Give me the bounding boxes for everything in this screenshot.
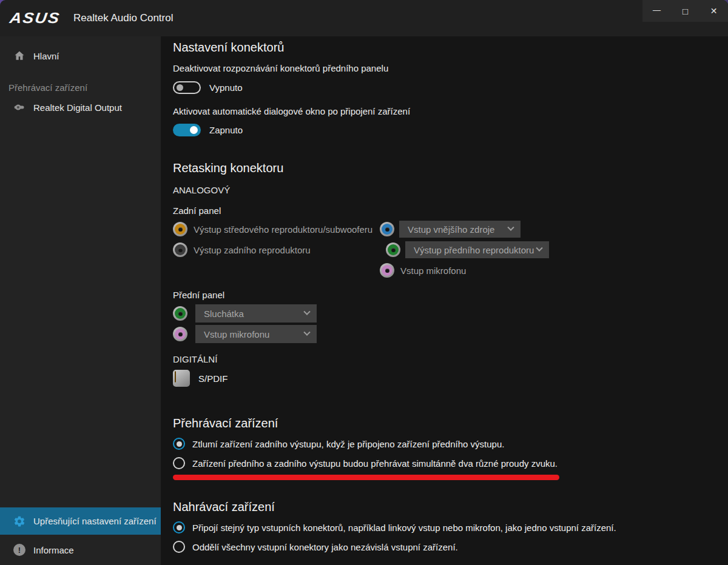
back-panel-label: Zadní panel bbox=[173, 206, 728, 216]
analog-group-label: ANALOGOVÝ bbox=[173, 185, 728, 196]
auto-popup-toggle[interactable] bbox=[173, 124, 201, 136]
line-in-dropdown[interactable]: Vstup vnějšího zdroje bbox=[399, 221, 521, 238]
mic-in-jack-icon bbox=[380, 263, 394, 278]
sidebar-item-advanced-device-settings[interactable]: Upřesňující nastavení zařízení bbox=[0, 507, 161, 535]
sidebar-item-home[interactable]: Hlavní bbox=[0, 42, 161, 69]
section-title-retasking: Retasking konektoru bbox=[173, 161, 728, 175]
sidebar: Hlavní Přehrávací zařízení Realtek Digit… bbox=[0, 36, 161, 565]
window-controls: — □ ✕ bbox=[642, 0, 728, 22]
app-title: Realtek Audio Control bbox=[73, 12, 173, 24]
jack-label: Vstup mikrofonu bbox=[400, 266, 466, 276]
sidebar-spacer bbox=[0, 121, 161, 507]
jack-detection-state: Vypnuto bbox=[209, 82, 243, 93]
headphone-dropdown[interactable]: Sluchátka bbox=[195, 304, 317, 323]
front-mic-jack-icon bbox=[173, 327, 187, 341]
jack-entry: Výstup středového reproduktoru/subwoofer… bbox=[173, 222, 380, 236]
jack-detection-label: Deaktivovat rozpoznávání konektorů předn… bbox=[173, 63, 728, 74]
front-mic-dropdown[interactable]: Vstup mikrofonu bbox=[195, 325, 317, 343]
auto-popup-label: Aktivovat automatické dialogové okno po … bbox=[173, 106, 728, 117]
annotation-underline bbox=[173, 475, 559, 480]
back-panel-row-1: Výstup středového reproduktoru/subwoofer… bbox=[173, 221, 728, 238]
sidebar-section-playback-devices: Přehrávací zařízení bbox=[8, 82, 161, 93]
auto-popup-state: Zapnuto bbox=[209, 125, 243, 135]
jack-detection-toggle[interactable] bbox=[173, 81, 201, 94]
sidebar-item-label: Informace bbox=[33, 545, 74, 555]
front-speaker-dropdown[interactable]: Výstup předního reproduktoru bbox=[405, 241, 549, 258]
toggle-knob bbox=[190, 126, 198, 134]
sidebar-item-realtek-digital-output[interactable]: Realtek Digital Output bbox=[0, 94, 161, 121]
back-panel-row-2: Výstup zadního reproduktoru Výstup předn… bbox=[173, 241, 728, 258]
chevron-down-icon bbox=[303, 329, 310, 336]
radio-selected-icon bbox=[173, 438, 185, 450]
asus-logo: ASUS bbox=[8, 10, 61, 27]
sidebar-item-information[interactable]: ! Informace bbox=[0, 535, 161, 565]
jack-label: Výstup zadního reproduktoru bbox=[194, 245, 311, 255]
rear-speaker-jack-icon bbox=[173, 242, 187, 257]
front-panel-row-2: Vstup mikrofonu bbox=[173, 325, 728, 343]
chevron-down-icon bbox=[507, 224, 514, 231]
option-label: Ztlumí zařízení zadního výstupu, když je… bbox=[192, 439, 504, 449]
sidebar-item-label: Upřesňující nastavení zařízení bbox=[33, 516, 157, 526]
recording-option-separate[interactable]: Oddělí všechny vstupní konektory jako ne… bbox=[173, 541, 728, 553]
front-panel-label: Přední panel bbox=[173, 290, 728, 301]
jack-label: Výstup středového reproduktoru/subwoofer… bbox=[194, 224, 372, 235]
jack-entry: Vstup mikrofonu bbox=[380, 263, 466, 278]
dropdown-value: Výstup předního reproduktoru bbox=[414, 245, 534, 255]
line-in-jack-icon bbox=[380, 222, 394, 236]
info-icon: ! bbox=[13, 544, 25, 556]
section-title-playback-devices: Přehrávací zařízení bbox=[173, 416, 728, 430]
main-content: Nastavení konektorů Deaktivovat rozpozná… bbox=[161, 36, 728, 565]
close-icon: ✕ bbox=[710, 6, 718, 16]
radio-unselected-icon bbox=[173, 541, 185, 553]
option-label: Zařízení předního a zadního výstupu budo… bbox=[192, 458, 558, 469]
playback-option-simultaneous[interactable]: Zařízení předního a zadního výstupu budo… bbox=[173, 457, 728, 469]
dropdown-value: Vstup mikrofonu bbox=[204, 329, 269, 339]
gear-icon bbox=[13, 515, 25, 527]
radio-unselected-icon bbox=[173, 457, 185, 469]
digital-group-label: DIGITÁLNÍ bbox=[173, 354, 728, 365]
front-speaker-jack-icon bbox=[386, 242, 400, 257]
sidebar-item-label: Realtek Digital Output bbox=[33, 102, 122, 113]
jack-entry: Vstup vnějšího zdroje bbox=[380, 221, 521, 238]
maximize-icon: □ bbox=[682, 6, 688, 16]
digital-output-jack-icon bbox=[13, 101, 25, 113]
spdif-label: S/PDIF bbox=[198, 373, 228, 384]
front-panel-row-1: Sluchátka bbox=[173, 304, 728, 323]
headphone-jack-icon bbox=[173, 306, 187, 321]
playback-option-mute-rear[interactable]: Ztlumí zařízení zadního výstupu, když je… bbox=[173, 438, 728, 450]
radio-selected-icon bbox=[173, 521, 185, 533]
maximize-button[interactable]: □ bbox=[671, 0, 699, 22]
spdif-row: S/PDIF bbox=[173, 369, 728, 387]
chevron-down-icon bbox=[303, 309, 310, 315]
jack-detection-toggle-row: Vypnuto bbox=[173, 81, 728, 94]
section-title-connector-settings: Nastavení konektorů bbox=[173, 40, 728, 55]
option-label: Oddělí všechny vstupní konektory jako ne… bbox=[192, 542, 458, 552]
sidebar-item-label: Hlavní bbox=[33, 51, 59, 61]
jack-entry: Výstup zadního reproduktoru bbox=[173, 242, 380, 257]
option-label: Připojí stejný typ vstupních konektorů, … bbox=[192, 523, 616, 533]
titlebar: ASUS Realtek Audio Control — □ ✕ bbox=[0, 0, 728, 36]
toggle-knob bbox=[177, 84, 183, 91]
dropdown-value: Vstup vnějšího zdroje bbox=[408, 224, 494, 235]
center-subwoofer-jack-icon bbox=[173, 222, 187, 236]
minimize-button[interactable]: — bbox=[642, 0, 671, 22]
spdif-connector-icon bbox=[173, 370, 190, 387]
dropdown-value: Sluchátka bbox=[204, 309, 244, 319]
recording-option-merge-same-type[interactable]: Připojí stejný typ vstupních konektorů, … bbox=[173, 521, 728, 533]
auto-popup-toggle-row: Zapnuto bbox=[173, 123, 728, 136]
chevron-down-icon bbox=[536, 245, 542, 252]
section-title-recording-devices: Nahrávací zařízení bbox=[173, 500, 728, 514]
close-button[interactable]: ✕ bbox=[699, 0, 728, 22]
minimize-icon: — bbox=[653, 5, 661, 15]
home-icon bbox=[13, 50, 25, 62]
back-panel-row-3: Vstup mikrofonu bbox=[173, 262, 728, 279]
jack-entry: Výstup předního reproduktoru bbox=[386, 241, 549, 258]
